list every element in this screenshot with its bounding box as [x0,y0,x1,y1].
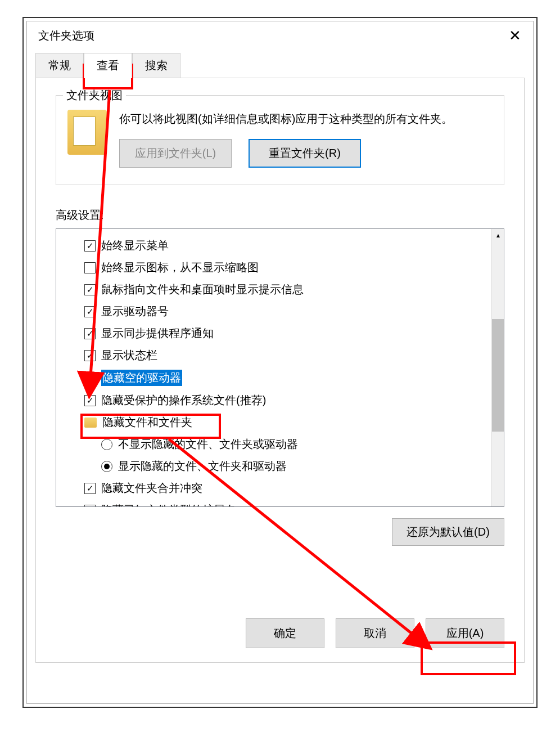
checkbox-icon[interactable] [84,328,96,339]
tree-item-label: 显示隐藏的文件、文件夹和驱动器 [118,459,287,474]
radio-icon[interactable] [101,439,112,450]
folder-small-icon [84,418,97,428]
tree-item-0[interactable]: 始终显示菜单 [56,235,504,257]
tab-strip: 常规 查看 搜索 [35,53,525,78]
tree-item-label: 隐藏已知文件类型的扩展名 [101,502,236,507]
tree-item-8[interactable]: 隐藏文件和文件夹 [56,411,504,433]
tree-item-1[interactable]: 始终显示图标，从不显示缩略图 [56,257,504,279]
apply-button[interactable]: 应用(A) [426,618,504,648]
folder-view-legend: 文件夹视图 [63,88,126,103]
tree-item-label: 显示驱动器号 [101,304,169,319]
tree-item-3[interactable]: 显示驱动器号 [56,300,504,322]
checkbox-icon[interactable] [84,262,96,273]
tab-general[interactable]: 常规 [35,53,84,78]
checkbox-icon[interactable] [84,306,96,317]
tree-item-11[interactable]: 隐藏文件夹合并冲突 [56,477,504,499]
tree-item-label: 显示状态栏 [101,348,157,363]
apply-to-folders-button[interactable]: 应用到文件夹(L) [119,139,232,168]
folder-view-description: 你可以将此视图(如详细信息或图标)应用于这种类型的所有文件夹。 [119,110,493,128]
checkbox-icon[interactable] [84,240,96,252]
restore-defaults-button[interactable]: 还原为默认值(D) [392,518,504,546]
tab-content: 文件夹视图 你可以将此视图(如详细信息或图标)应用于这种类型的所有文件夹。 应用… [35,78,525,663]
checkbox-icon[interactable] [84,373,96,384]
checkbox-icon[interactable] [84,505,96,508]
tree-item-label: 始终显示图标，从不显示缩略图 [101,260,259,275]
tree-item-label: 隐藏文件和文件夹 [102,415,192,430]
tree-item-12[interactable]: 隐藏已知文件类型的扩展名 [56,499,504,507]
tree-item-10[interactable]: 显示隐藏的文件、文件夹和驱动器 [56,455,504,477]
tree-item-label: 不显示隐藏的文件、文件夹或驱动器 [118,437,298,452]
checkbox-icon[interactable] [84,284,96,295]
tree-item-2[interactable]: 鼠标指向文件夹和桌面项时显示提示信息 [56,279,504,300]
scrollbar[interactable]: ▴ [491,229,504,506]
tree-item-4[interactable]: 显示同步提供程序通知 [56,322,504,344]
tree-item-5[interactable]: 显示状态栏 [56,344,504,366]
reset-folders-button[interactable]: 重置文件夹(R) [249,139,361,168]
folder-view-fieldset: 文件夹视图 你可以将此视图(如详细信息或图标)应用于这种类型的所有文件夹。 应用… [56,95,504,185]
checkbox-icon[interactable] [84,395,96,406]
tree-item-label: 隐藏空的驱动器 [101,370,182,386]
tree-item-label: 显示同步提供程序通知 [101,326,214,341]
tree-item-label: 隐藏文件夹合并冲突 [101,481,202,496]
folder-options-dialog: 文件夹选项 ✕ 常规 查看 搜索 文件夹视图 你可以将此视图(如详细信息或图标)… [26,21,534,704]
cancel-button[interactable]: 取消 [336,618,414,648]
advanced-settings-tree[interactable]: 始终显示菜单始终显示图标，从不显示缩略图鼠标指向文件夹和桌面项时显示提示信息显示… [56,228,504,507]
dialog-title: 文件夹选项 [38,28,94,43]
tree-item-label: 鼠标指向文件夹和桌面项时显示提示信息 [101,282,304,297]
tree-item-6[interactable]: 隐藏空的驱动器 [56,366,504,389]
titlebar: 文件夹选项 ✕ [27,21,533,50]
advanced-settings-label: 高级设置: [56,208,504,223]
tree-item-label: 隐藏受保护的操作系统文件(推荐) [101,393,266,408]
ok-button[interactable]: 确定 [246,618,324,648]
tree-item-label: 始终显示菜单 [101,238,169,253]
tree-item-7[interactable]: 隐藏受保护的操作系统文件(推荐) [56,389,504,411]
tab-search[interactable]: 搜索 [132,53,180,78]
tree-item-9[interactable]: 不显示隐藏的文件、文件夹或驱动器 [56,433,504,455]
radio-icon[interactable] [101,461,112,472]
scroll-thumb[interactable] [492,319,504,432]
checkbox-icon[interactable] [84,350,96,361]
checkbox-icon[interactable] [84,483,96,494]
scroll-up-arrow[interactable]: ▴ [492,229,504,241]
close-button[interactable]: ✕ [504,24,526,47]
folder-icon [67,110,107,155]
tab-view[interactable]: 查看 [84,53,132,78]
